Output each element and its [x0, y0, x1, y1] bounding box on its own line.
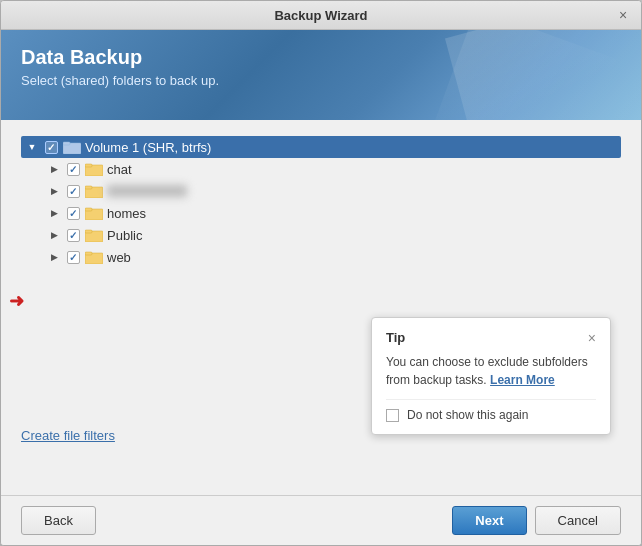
back-button[interactable]: Back — [21, 506, 96, 535]
svg-rect-7 — [85, 208, 92, 211]
folder-tree: Volume 1 (SHR, btrfs) chat — [21, 136, 621, 268]
svg-rect-1 — [63, 142, 70, 145]
svg-rect-3 — [85, 164, 92, 167]
next-button[interactable]: Next — [452, 506, 526, 535]
tip-no-show-label: Do not show this again — [407, 408, 528, 422]
tip-text: You can choose to exclude subfolders fro… — [386, 353, 596, 389]
tree-checkbox-wrapper-web[interactable] — [65, 249, 81, 265]
title-bar: Backup Wizard × — [1, 1, 641, 30]
tree-row[interactable]: homes — [43, 202, 621, 224]
tip-popup: Tip × You can choose to exclude subfolde… — [371, 317, 611, 435]
tree-checkbox-wrapper-chat[interactable] — [65, 161, 81, 177]
footer-right-buttons: Next Cancel — [452, 506, 621, 535]
tree-label-homes: homes — [107, 206, 146, 221]
create-file-filters-link[interactable]: Create file filters — [21, 428, 115, 443]
tree-checkbox-wrapper-homes[interactable] — [65, 205, 81, 221]
tip-title: Tip — [386, 330, 405, 345]
tree-root-row[interactable]: Volume 1 (SHR, btrfs) — [21, 136, 621, 158]
main-content: ➜ Volume 1 (SHR, btrfs) — [1, 120, 641, 495]
footer: Back Next Cancel — [1, 495, 641, 545]
window-title: Backup Wizard — [27, 8, 615, 23]
tree-checkbox-homes[interactable] — [67, 207, 80, 220]
tree-checkbox-chat[interactable] — [67, 163, 80, 176]
svg-rect-11 — [85, 252, 92, 255]
tree-row[interactable]: web — [43, 246, 621, 268]
tree-label-chat: chat — [107, 162, 132, 177]
tree-label-blurred — [107, 185, 187, 197]
tip-close-button[interactable]: × — [588, 331, 596, 345]
tree-root-checkbox-wrapper[interactable] — [43, 139, 59, 155]
tip-learn-more-link[interactable]: Learn More — [490, 373, 555, 387]
tree-checkbox-wrapper-blurred[interactable] — [65, 183, 81, 199]
tree-checkbox-web[interactable] — [67, 251, 80, 264]
tree-toggle-web[interactable] — [47, 250, 61, 264]
tree-root-toggle[interactable] — [25, 140, 39, 154]
tree-toggle-public[interactable] — [47, 228, 61, 242]
svg-rect-9 — [85, 230, 92, 233]
tip-no-show-checkbox[interactable] — [386, 409, 399, 422]
tree-label-web: web — [107, 250, 131, 265]
tree-label-public: Public — [107, 228, 142, 243]
tree-toggle-homes[interactable] — [47, 206, 61, 220]
tree-checkbox-public[interactable] — [67, 229, 80, 242]
cancel-button[interactable]: Cancel — [535, 506, 621, 535]
tip-footer: Do not show this again — [386, 399, 596, 422]
page-title: Data Backup — [21, 46, 621, 69]
svg-rect-5 — [85, 186, 92, 189]
folder-icon-chat — [85, 162, 103, 176]
folder-icon-web — [85, 250, 103, 264]
red-arrow-indicator: ➜ — [9, 290, 24, 312]
tree-checkbox-blurred[interactable] — [67, 185, 80, 198]
tree-children: chat — [21, 158, 621, 268]
tree-toggle-chat[interactable] — [47, 162, 61, 176]
window-close-button[interactable]: × — [615, 7, 631, 23]
folder-icon-public — [85, 228, 103, 242]
header-area: Data Backup Select (shared) folders to b… — [1, 30, 641, 120]
volume-folder-icon — [63, 140, 81, 154]
tree-root-label: Volume 1 (SHR, btrfs) — [85, 140, 211, 155]
tree-root-checkbox[interactable] — [45, 141, 58, 154]
page-subtitle: Select (shared) folders to back up. — [21, 73, 621, 88]
backup-wizard-window: Backup Wizard × Data Backup Select (shar… — [0, 0, 642, 546]
tree-toggle-blurred[interactable] — [47, 184, 61, 198]
folder-icon-blurred — [85, 184, 103, 198]
tip-header: Tip × — [386, 330, 596, 345]
tree-row[interactable] — [43, 180, 621, 202]
tree-row[interactable]: Public — [43, 224, 621, 246]
tree-checkbox-wrapper-public[interactable] — [65, 227, 81, 243]
tree-row[interactable]: chat — [43, 158, 621, 180]
folder-icon-homes — [85, 206, 103, 220]
